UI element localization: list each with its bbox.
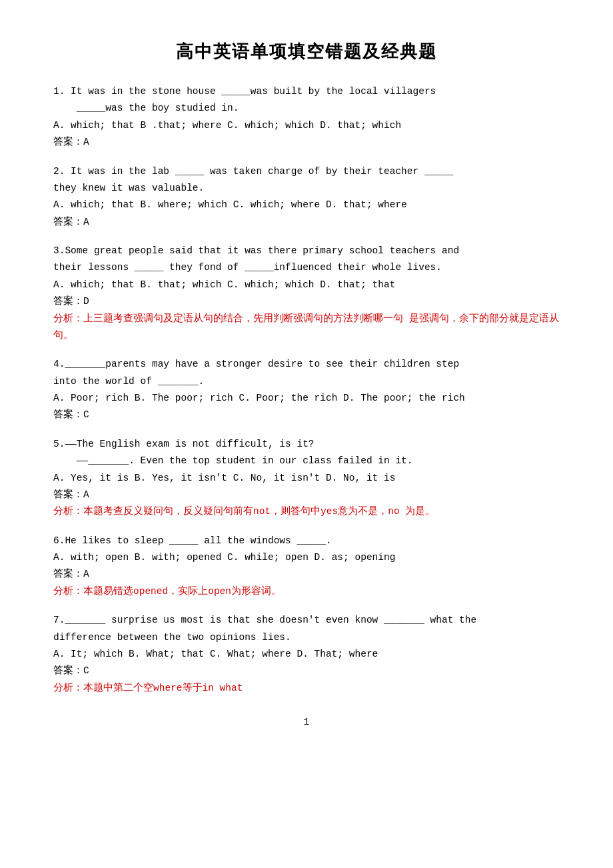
question-block-1: 1. It was in the stone house _____was bu…: [53, 83, 560, 151]
question-options-7: A. It; which B. What; that C. What; wher…: [53, 646, 560, 663]
question-analysis-3: 分析：上三题考查强调句及定语从句的结合，先用判断强调句的方法判断哪一句 是强调句…: [53, 311, 560, 345]
question-answer-4: 答案：C: [53, 407, 560, 423]
question-answer-6: 答案：A: [53, 566, 560, 583]
question-text-4: 4._______parents may have a stronger des…: [53, 356, 560, 390]
page: 高中英语单项填空错题及经典题 1. It was in the stone ho…: [0, 0, 613, 868]
question-text-7: 7._______ surprise us most is that she d…: [53, 612, 560, 646]
question-options-1: A. which; that B .that; where C. which; …: [53, 117, 560, 134]
question-answer-1: 答案：A: [53, 134, 560, 151]
question-answer-7: 答案：C: [53, 663, 560, 679]
page-number: 1: [53, 717, 560, 727]
question-answer-3: 答案：D: [53, 293, 560, 310]
question-analysis-6: 分析：本题易错选opened，实际上open为形容词。: [53, 583, 560, 600]
question-block-5: 5.——The English exam is not difficult, i…: [53, 436, 560, 521]
question-analysis-7: 分析：本题中第二个空where等于in what: [53, 680, 560, 697]
question-block-3: 3.Some great people said that it was the…: [53, 243, 560, 344]
question-text-3: 3.Some great people said that it was the…: [53, 243, 560, 277]
question-options-6: A. with; open B. with; opened C. while; …: [53, 549, 560, 566]
question-text-1: 1. It was in the stone house _____was bu…: [53, 83, 560, 117]
question-block-6: 6.He likes to sleep _____ all the window…: [53, 533, 560, 601]
question-text-6: 6.He likes to sleep _____ all the window…: [53, 533, 560, 549]
question-block-7: 7._______ surprise us most is that she d…: [53, 612, 560, 697]
question-analysis-5: 分析：本题考查反义疑问句，反义疑问句前有not，则答句中yes意为不是，no 为…: [53, 503, 560, 520]
question-options-3: A. which; that B. that; which C. which; …: [53, 277, 560, 293]
question-options-5: A. Yes, it is B. Yes, it isn't C. No, it…: [53, 470, 560, 487]
question-answer-2: 答案：A: [53, 214, 560, 231]
question-options-4: A. Poor; rich B. The poor; rich C. Poor;…: [53, 390, 560, 407]
question-block-4: 4._______parents may have a stronger des…: [53, 356, 560, 424]
question-text-2: 2. It was in the lab _____ was taken cha…: [53, 163, 560, 197]
question-options-2: A. which; that B. where; which C. which;…: [53, 197, 560, 213]
question-text-5: 5.——The English exam is not difficult, i…: [53, 436, 560, 470]
question-block-2: 2. It was in the lab _____ was taken cha…: [53, 163, 560, 231]
question-answer-5: 答案：A: [53, 487, 560, 503]
page-title: 高中英语单项填空错题及经典题: [53, 40, 560, 63]
